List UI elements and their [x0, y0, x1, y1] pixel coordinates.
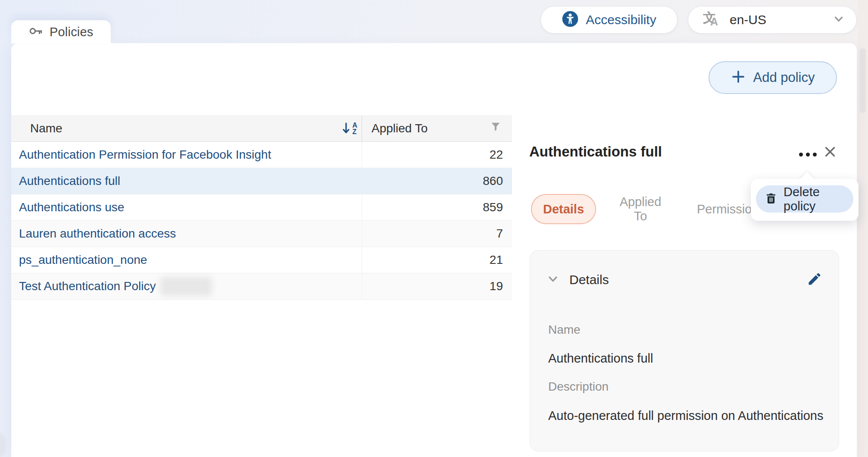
tab-details[interactable]: Details: [531, 194, 596, 224]
table-row[interactable]: Authentications use 859: [11, 194, 512, 221]
tab-policies[interactable]: Policies: [11, 20, 111, 44]
applied-to-value: 7: [362, 221, 512, 247]
applied-to-value: 21: [362, 247, 512, 273]
accessibility-button[interactable]: Accessibility: [540, 6, 678, 34]
more-options-icon: [799, 153, 803, 157]
edit-pencil-icon[interactable]: [807, 271, 822, 288]
page-scrollbar-thumb[interactable]: [860, 48, 866, 113]
policy-name-link[interactable]: ps_authentication_none: [11, 247, 362, 273]
redacted-text-blur: [160, 277, 212, 296]
applied-to-value: 19: [362, 273, 512, 299]
close-icon: [822, 144, 838, 162]
menu-item-label: Delete policy: [784, 185, 853, 213]
plus-icon: [731, 69, 746, 86]
policies-table: Name AZ Applied To Authentication Perm: [11, 115, 512, 300]
locale-select-value: en-US: [730, 13, 766, 27]
tab-applied-to[interactable]: Applied To: [612, 195, 669, 223]
policy-name-link[interactable]: Authentication Permission for Facebook I…: [11, 142, 362, 168]
column-applied-label: Applied To: [372, 122, 428, 135]
sort-az-icon[interactable]: AZ: [341, 122, 357, 135]
add-policy-button[interactable]: Add policy: [709, 61, 837, 94]
page-scrollbar-track[interactable]: [858, 0, 868, 457]
policy-name-link[interactable]: Lauren authentication access: [11, 221, 362, 247]
table-row-selected[interactable]: Authentications full 860: [11, 168, 512, 194]
field-label-description: Description: [548, 380, 609, 394]
context-menu: Delete policy: [751, 179, 859, 221]
field-value-description: Auto-generated full permission on Authen…: [548, 409, 823, 423]
translate-icon: 文 A: [703, 10, 722, 30]
chevron-down-icon[interactable]: [546, 272, 560, 288]
details-card-heading: Details: [569, 272, 609, 287]
column-name-label: Name: [30, 122, 62, 135]
locale-select[interactable]: 文 A en-US: [688, 6, 857, 34]
policy-name-link[interactable]: Test Authentication Policy: [11, 273, 362, 299]
table-row[interactable]: Test Authentication Policy 19: [11, 273, 512, 300]
trash-icon: [765, 192, 777, 207]
menu-item-delete-policy[interactable]: Delete policy: [756, 185, 853, 213]
table-header: Name AZ Applied To: [11, 115, 512, 142]
applied-to-value: 860: [362, 168, 512, 194]
accessibility-icon: [562, 10, 579, 29]
column-header-name[interactable]: Name AZ: [11, 115, 362, 141]
table-row[interactable]: Lauren authentication access 7: [11, 221, 512, 247]
close-detail-button[interactable]: [821, 143, 840, 162]
table-row[interactable]: Authentication Permission for Facebook I…: [11, 142, 512, 168]
tab-policies-label: Policies: [50, 25, 94, 39]
column-header-applied-to[interactable]: Applied To: [362, 115, 512, 141]
key-icon: [28, 24, 43, 40]
policy-name-link[interactable]: Authentications use: [11, 194, 362, 220]
edge-decoration: [0, 433, 6, 457]
more-options-button[interactable]: [796, 145, 820, 164]
field-label-name: Name: [548, 323, 581, 337]
policy-name-text: Test Authentication Policy: [19, 279, 156, 293]
filter-icon[interactable]: [490, 121, 502, 136]
applied-to-value: 859: [362, 194, 512, 220]
table-row[interactable]: ps_authentication_none 21: [11, 247, 512, 273]
policies-page: Policies Accessibility 文 A en-US: [0, 0, 868, 457]
field-value-name: Authentications full: [548, 351, 653, 366]
tab-details-label: Details: [543, 202, 584, 216]
add-policy-label: Add policy: [753, 70, 815, 85]
details-card: Details Name Authentications full Descri…: [530, 250, 839, 451]
chevron-down-icon: [832, 13, 845, 27]
applied-to-value: 22: [362, 142, 512, 168]
policy-name-link[interactable]: Authentications full: [11, 168, 362, 194]
detail-tabs: Details Applied To Permissions: [531, 194, 765, 224]
detail-panel-title: Authentications full: [529, 144, 662, 160]
accessibility-button-label: Accessibility: [586, 13, 656, 27]
